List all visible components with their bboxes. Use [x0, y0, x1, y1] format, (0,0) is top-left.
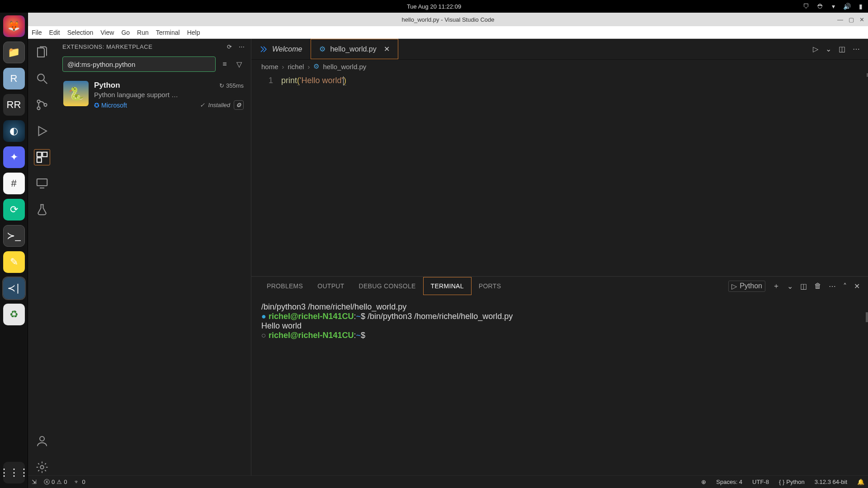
panel-tab-ports[interactable]: PORTS	[472, 277, 508, 295]
activity-explorer[interactable]	[34, 44, 50, 61]
close-panel-icon[interactable]: ✕	[854, 282, 860, 291]
extension-manage-icon[interactable]: ⚙	[234, 100, 244, 110]
terminal-profile-selector[interactable]: ▷Python	[728, 281, 765, 292]
dock-vscode[interactable]: ≺∣	[3, 277, 25, 299]
dock-steam[interactable]: ◐	[3, 120, 25, 142]
breadcrumb-seg-home[interactable]: home	[261, 63, 278, 70]
menu-edit[interactable]: Edit	[49, 29, 60, 36]
dock-terminal[interactable]: ≻_	[3, 225, 25, 247]
svg-rect-7	[37, 179, 47, 186]
svg-point-9	[40, 465, 44, 469]
menu-help[interactable]: Help	[187, 29, 200, 36]
dock-slack[interactable]: #	[3, 173, 25, 194]
status-language[interactable]: { } Python	[779, 479, 805, 485]
accessibility-icon[interactable]: ⛑	[817, 3, 824, 10]
editor-area: Welcome ⚙ hello_world.py ✕ ▷ ⌄ ◫ ⋯	[251, 39, 868, 475]
kill-terminal-icon[interactable]: 🗑	[814, 282, 821, 290]
extension-installed-label: ✓ Installed ⚙	[200, 100, 244, 110]
panel-tab-output[interactable]: OUTPUT	[310, 277, 351, 295]
filter-icon[interactable]: ▽	[234, 60, 245, 69]
wifi-icon[interactable]: ▾	[832, 3, 835, 10]
code-line-1[interactable]: print('Hello world')	[281, 76, 346, 85]
dock-files[interactable]: 📁	[3, 42, 25, 63]
extension-search-input[interactable]	[62, 56, 216, 72]
breadcrumb-seg-file[interactable]: hello_world.py	[323, 63, 366, 70]
tab-welcome-label: Welcome	[272, 45, 302, 53]
menu-selection[interactable]: Selection	[67, 29, 94, 36]
window-close-button[interactable]: ✕	[859, 16, 864, 23]
terminal-content[interactable]: /bin/python3 /home/richel/hello_world.py…	[251, 295, 868, 475]
svg-point-0	[38, 74, 44, 81]
shield-icon[interactable]: ⛉	[803, 3, 809, 10]
window-maximize-button[interactable]: ▢	[849, 16, 854, 23]
ubuntu-dock: 🦊 📁 R RR ◐ ✦ # ⟳ ≻_ ✎ ≺∣ ♻ ⋮⋮⋮	[0, 13, 28, 488]
status-spaces[interactable]: Spaces: 4	[716, 479, 742, 485]
editor-more-icon[interactable]: ⋯	[853, 45, 860, 53]
dock-discord[interactable]: ✦	[3, 146, 25, 168]
dock-element[interactable]: ⟳	[3, 199, 25, 221]
activity-settings[interactable]	[34, 459, 50, 475]
dock-show-apps[interactable]: ⋮⋮⋮	[3, 462, 25, 483]
run-dropdown-icon[interactable]: ⌄	[826, 45, 831, 53]
python-icon: 🐍	[63, 81, 89, 106]
activity-accounts[interactable]	[34, 433, 50, 449]
menu-run[interactable]: Run	[137, 29, 149, 36]
line-number: 1	[251, 76, 273, 85]
window-minimize-button[interactable]: —	[837, 16, 843, 23]
python-file-icon: ⚙	[313, 62, 319, 70]
dock-firefox[interactable]: 🦊	[3, 15, 25, 37]
close-tab-icon[interactable]: ✕	[384, 45, 390, 53]
maximize-panel-icon[interactable]: ˄	[843, 282, 847, 291]
panel-tab-problems[interactable]: PROBLEMS	[259, 277, 310, 295]
refresh-icon[interactable]: ⟳	[227, 43, 232, 50]
line-gutter: 1	[251, 73, 281, 276]
menu-view[interactable]: View	[100, 29, 114, 36]
extension-card-python[interactable]: 🐍 Python ↻ 355ms Python language support…	[62, 78, 245, 113]
menu-go[interactable]: Go	[121, 29, 130, 36]
menu-terminal[interactable]: Terminal	[156, 29, 180, 36]
panel-tabs: PROBLEMS OUTPUT DEBUG CONSOLE TERMINAL P…	[251, 277, 868, 295]
breadcrumb[interactable]: home › richel › ⚙ hello_world.py	[251, 60, 868, 73]
panel-more-icon[interactable]: ⋯	[829, 282, 836, 291]
tab-hello-world[interactable]: ⚙ hello_world.py ✕	[311, 39, 398, 59]
menu-bar: File Edit Selection View Go Run Terminal…	[28, 26, 868, 39]
panel-tab-debug-console[interactable]: DEBUG CONSOLE	[352, 277, 423, 295]
dock-trash[interactable]: ♻	[3, 304, 25, 325]
code-editor[interactable]: 1 print('Hello world')	[251, 73, 868, 277]
remote-indicator[interactable]: ⇲	[32, 479, 37, 485]
status-encoding[interactable]: UTF-8	[752, 479, 769, 485]
activity-extensions[interactable]	[34, 149, 50, 165]
svg-rect-5	[42, 152, 47, 157]
panel-tab-terminal[interactable]: TERMINAL	[423, 277, 472, 295]
menu-file[interactable]: File	[32, 29, 42, 36]
battery-icon[interactable]: ▮	[859, 3, 863, 10]
activity-search[interactable]	[34, 70, 50, 87]
activity-run-debug[interactable]	[34, 123, 50, 139]
run-file-button[interactable]: ▷	[813, 45, 818, 53]
terminal-dropdown-icon[interactable]: ⌄	[787, 282, 793, 291]
activity-source-control[interactable]	[34, 97, 50, 113]
activity-testing[interactable]	[34, 202, 50, 218]
clear-search-icon[interactable]: ≡	[219, 60, 230, 68]
activity-remote-explorer[interactable]	[34, 175, 50, 192]
dock-rustrover[interactable]: RR	[3, 94, 25, 116]
window-title: hello_world.py - Visual Studio Code	[402, 16, 495, 23]
status-python-version[interactable]: 3.12.3 64-bit	[815, 479, 847, 485]
new-terminal-icon[interactable]: ＋	[773, 282, 780, 291]
notifications-icon[interactable]: 🔔	[857, 479, 864, 485]
status-errors[interactable]: ⓧ 0 ⚠ 0	[44, 478, 67, 486]
extension-name: Python	[94, 81, 120, 90]
zoom-icon[interactable]: ⊕	[701, 479, 706, 485]
dock-text-editor[interactable]: ✎	[3, 251, 25, 273]
split-editor-icon[interactable]: ◫	[839, 45, 845, 53]
bottom-panel: PROBLEMS OUTPUT DEBUG CONSOLE TERMINAL P…	[251, 277, 868, 475]
tab-welcome[interactable]: Welcome	[251, 39, 311, 59]
dock-rstudio[interactable]: R	[3, 68, 25, 89]
volume-icon[interactable]: 🔊	[843, 3, 851, 10]
more-icon[interactable]: ⋯	[239, 43, 245, 50]
breadcrumb-seg-user[interactable]: richel	[288, 63, 304, 70]
tab-file-label: hello_world.py	[330, 45, 376, 53]
split-terminal-icon[interactable]: ◫	[800, 282, 807, 291]
status-ports[interactable]: ᯤ 0	[74, 479, 85, 485]
python-file-icon: ⚙	[319, 45, 326, 53]
